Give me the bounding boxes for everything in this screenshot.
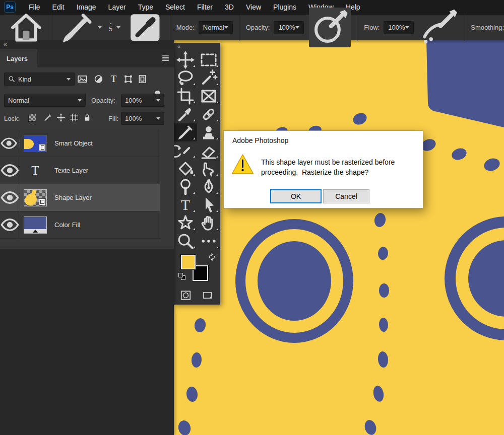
swap-colors-icon[interactable] bbox=[208, 253, 216, 261]
visibility-toggle[interactable] bbox=[0, 157, 20, 184]
mode-label: Mode: bbox=[176, 24, 195, 31]
tool-marquee[interactable] bbox=[197, 51, 220, 69]
left-dock: « Layers Kind T Normal bbox=[0, 40, 174, 435]
warning-icon bbox=[231, 154, 254, 175]
foreground-color-swatch[interactable] bbox=[181, 255, 196, 269]
canvas-dotted-line-right bbox=[363, 212, 389, 435]
visibility-toggle[interactable] bbox=[0, 130, 20, 157]
adjustment-layer-filter-icon[interactable] bbox=[93, 74, 104, 84]
tool-path-select[interactable] bbox=[197, 196, 220, 214]
pixel-layer-filter-icon[interactable] bbox=[77, 74, 88, 84]
tool-smudge[interactable] bbox=[197, 160, 220, 178]
flow-select[interactable]: 100% bbox=[384, 21, 413, 34]
quick-mask-icon[interactable] bbox=[179, 290, 193, 301]
blend-mode-value: Normal bbox=[8, 97, 29, 104]
tool-more[interactable] bbox=[197, 232, 220, 250]
tool-hand[interactable] bbox=[197, 214, 220, 232]
home-icon[interactable] bbox=[8, 9, 45, 46]
shape-layer-filter-icon[interactable] bbox=[123, 74, 134, 84]
chevron-down-icon bbox=[156, 117, 160, 120]
tablet-pressure-opacity-icon[interactable] bbox=[309, 8, 351, 48]
tool-brush[interactable] bbox=[174, 123, 197, 141]
tool-eyedropper[interactable] bbox=[174, 105, 197, 123]
type-layer-filter-icon[interactable]: T bbox=[108, 74, 119, 84]
eye-icon bbox=[0, 161, 20, 180]
brush-tool-preset-icon[interactable] bbox=[59, 9, 96, 46]
lock-artboard-icon[interactable] bbox=[70, 113, 79, 122]
tab-layers[interactable]: Layers bbox=[0, 49, 37, 67]
layer-fill-select[interactable]: 100% bbox=[121, 112, 164, 125]
document-canvas[interactable] bbox=[174, 40, 504, 435]
layer-opacity-select[interactable]: 100% bbox=[121, 94, 164, 107]
layer-row-texte-layer[interactable]: T Texte Layer bbox=[0, 157, 160, 184]
tool-move[interactable] bbox=[174, 51, 197, 69]
tools-collapse-button[interactable]: « bbox=[174, 43, 220, 51]
tool-eraser[interactable] bbox=[197, 141, 220, 160]
screen-mode-icon[interactable] bbox=[200, 291, 215, 300]
layer-filter-combo[interactable]: Kind bbox=[4, 72, 75, 86]
tool-lasso[interactable] bbox=[174, 69, 197, 87]
menu-view[interactable]: View bbox=[240, 0, 267, 14]
canvas-artwork bbox=[174, 40, 504, 435]
chevron-down-icon[interactable] bbox=[98, 26, 102, 29]
layer-row-smart-object[interactable]: Smart Object bbox=[0, 130, 160, 157]
flow-label: Flow: bbox=[364, 24, 380, 31]
tool-paint-bucket[interactable] bbox=[174, 160, 197, 178]
lock-label: Lock: bbox=[4, 115, 20, 122]
chevron-down-icon bbox=[78, 99, 82, 102]
opacity-label: Opacity: bbox=[91, 97, 115, 104]
tool-magic-wand[interactable] bbox=[197, 69, 220, 87]
menu-filter[interactable]: Filter bbox=[191, 0, 219, 14]
default-colors-icon[interactable] bbox=[178, 273, 186, 281]
menu-plugins[interactable]: Plugins bbox=[267, 0, 302, 14]
color-swatches bbox=[174, 250, 220, 288]
visibility-toggle[interactable] bbox=[0, 211, 20, 238]
flyout-triangle-icon bbox=[216, 228, 218, 230]
flyout-triangle-icon bbox=[216, 83, 218, 85]
layer-thumbnail[interactable] bbox=[24, 189, 47, 206]
tool-pen[interactable] bbox=[197, 178, 220, 196]
lock-image-pixels-icon[interactable] bbox=[43, 113, 52, 122]
lock-all-icon[interactable] bbox=[83, 113, 92, 122]
panel-menu-icon[interactable] bbox=[161, 54, 170, 62]
lock-transparent-pixels-icon[interactable] bbox=[28, 114, 36, 122]
menu-select[interactable]: Select bbox=[159, 0, 191, 14]
eye-icon bbox=[0, 215, 20, 235]
layer-row-shape-layer[interactable]: Shape Layer bbox=[0, 184, 160, 211]
chevron-down-icon[interactable] bbox=[116, 26, 120, 29]
flyout-triangle-icon bbox=[193, 156, 195, 158]
toolbox-grid: T bbox=[174, 51, 220, 250]
tool-zoom[interactable] bbox=[174, 232, 197, 250]
tool-dodge[interactable] bbox=[174, 178, 197, 196]
ok-button[interactable]: OK bbox=[270, 189, 322, 203]
tool-history-brush[interactable] bbox=[174, 141, 197, 160]
visibility-toggle[interactable] bbox=[0, 184, 20, 211]
layer-thumbnail[interactable]: T bbox=[24, 162, 47, 179]
menu-3d[interactable]: 3D bbox=[219, 0, 240, 14]
dialog-message: This shape layer must be rasterized befo… bbox=[261, 157, 412, 177]
tool-healing-brush[interactable] bbox=[197, 105, 220, 123]
brush-size-widget[interactable]: 5 bbox=[109, 23, 112, 32]
layer-thumbnail[interactable] bbox=[24, 135, 47, 152]
brush-settings-panel-icon[interactable] bbox=[127, 9, 164, 46]
flyout-triangle-icon bbox=[216, 137, 218, 139]
flyout-triangle-icon bbox=[216, 192, 218, 194]
layer-row-color-fill[interactable]: Color Fill bbox=[0, 211, 160, 239]
tool-custom-shape[interactable] bbox=[174, 214, 197, 232]
lock-position-icon[interactable] bbox=[56, 113, 66, 122]
opacity-select[interactable]: 100% bbox=[274, 21, 303, 34]
blend-mode-select[interactable]: Normal bbox=[4, 94, 86, 107]
mode-select[interactable]: Normal bbox=[199, 21, 233, 34]
mode-value: Normal bbox=[203, 24, 224, 31]
flyout-triangle-icon bbox=[193, 246, 195, 248]
cancel-button[interactable]: Cancel bbox=[323, 189, 369, 203]
tools-panel: « T bbox=[174, 43, 220, 305]
tool-type[interactable]: T bbox=[174, 196, 197, 214]
tool-crop[interactable] bbox=[174, 87, 197, 105]
layer-thumbnail[interactable] bbox=[24, 216, 47, 234]
smart-object-filter-icon[interactable] bbox=[137, 74, 148, 84]
layer-name: Color Fill bbox=[54, 221, 80, 229]
tool-clone-stamp[interactable] bbox=[197, 123, 220, 141]
tool-frame[interactable] bbox=[197, 87, 220, 105]
airbrush-icon[interactable] bbox=[420, 9, 458, 46]
